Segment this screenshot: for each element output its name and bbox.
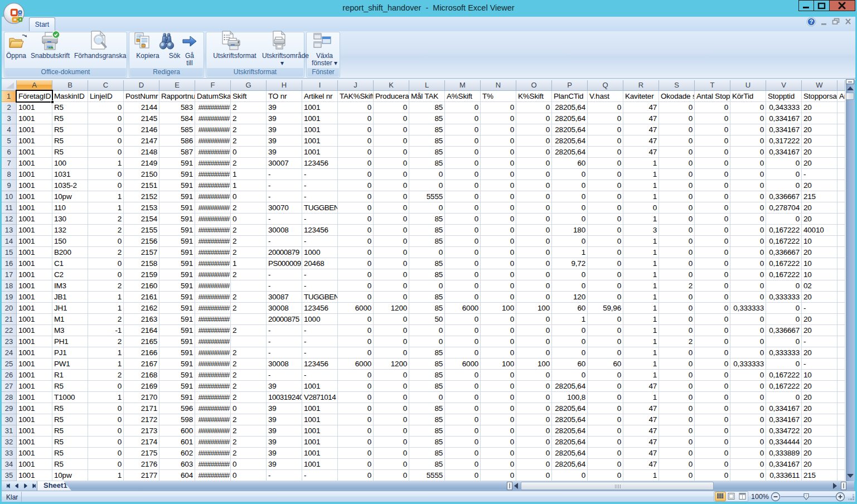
svg-text:?: ? [810,18,813,25]
